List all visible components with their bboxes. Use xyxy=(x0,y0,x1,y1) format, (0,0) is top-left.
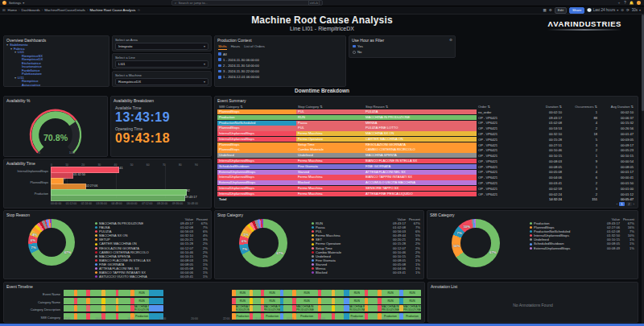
apps-grid-icon[interactable]: ⊞ xyxy=(2,8,6,12)
column-header[interactable]: S88 Category ⇅ xyxy=(217,104,296,109)
tab-hours[interactable]: Hours xyxy=(231,44,240,50)
column-header[interactable]: Order ⇅ xyxy=(477,104,523,109)
hour-filter-option-no[interactable]: No xyxy=(349,49,455,55)
avatar[interactable] xyxy=(637,1,641,5)
area-select[interactable]: Integrato▾ xyxy=(115,43,208,50)
context-option[interactable]: 3 - 2024-11-30 22:00:00 xyxy=(215,68,345,74)
table-cell: 3 xyxy=(564,143,599,147)
table-cell: MENSA xyxy=(364,121,477,126)
timeline-segment xyxy=(283,298,292,304)
radio-unchecked-icon[interactable] xyxy=(353,51,356,54)
table-cell: 00:01:17 xyxy=(599,170,635,174)
table-cell: 00:53:53 xyxy=(523,126,564,130)
tab-list-of-orders[interactable]: List of Orders xyxy=(244,44,265,50)
time-range-picker[interactable]: 🕐 Last 24 hours ▾ xyxy=(587,8,618,12)
axis-tick: 08:24:00 xyxy=(157,202,167,205)
checkbox-checked-icon[interactable] xyxy=(218,58,221,61)
favorite-star-icon[interactable]: ☆ xyxy=(138,8,141,12)
timeline-segment xyxy=(105,298,115,304)
add-icon[interactable]: ＋ xyxy=(617,1,621,5)
breadcrumb-item[interactable]: Home xyxy=(8,8,17,12)
table-cell: 00:01:00 xyxy=(599,187,635,191)
column-header[interactable]: Avg Duration ⇅ xyxy=(599,104,635,109)
page-next-icon[interactable]: › xyxy=(634,202,634,206)
select-line-panel: Select a Line LI01▾ xyxy=(112,53,212,69)
table-cell: SENSORE TAPPO SX xyxy=(364,186,477,191)
table-cell: Blocked xyxy=(296,180,364,185)
search-input[interactable]: ⌕ Search or jump to... ctrl+k xyxy=(171,0,323,6)
machine-select[interactable]: RiempitriceDX▾ xyxy=(115,78,208,85)
refresh-icon[interactable]: ⟳ xyxy=(626,8,630,12)
context-option[interactable]: 1 - 2024-11-30 06:00:00 xyxy=(215,57,345,63)
checkbox-checked-icon[interactable] xyxy=(218,76,221,79)
timeline-gap xyxy=(163,290,231,296)
search-placeholder: Search or jump to... xyxy=(178,1,208,5)
table-cell: PULIZIA FINE LOTTO xyxy=(364,126,477,130)
timeline-segment xyxy=(105,305,115,312)
breadcrumb-item[interactable]: Dashboards xyxy=(22,8,40,12)
table-row: ProductionNotScheduledPausaMENSAOP - VP6… xyxy=(217,121,635,126)
axis-tick: 07:12:00 xyxy=(142,202,152,205)
timeline-segment xyxy=(283,305,292,312)
table-cell: 00:03:41 xyxy=(523,181,564,185)
timeline-segment: MACCHINA IN PRODUZIONE xyxy=(236,305,250,312)
column-header[interactable]: Stop Category ⇅ xyxy=(296,104,364,109)
app-menu[interactable]: Settings xyxy=(9,1,21,5)
column-header[interactable]: Stop Reason ⇅ xyxy=(364,104,477,109)
timeline-segment xyxy=(118,290,130,296)
timeline-row-label: Category Description xyxy=(6,307,60,312)
table-cell: MACCHINA SX ON xyxy=(364,131,477,136)
availability-breakdown-panel: Availability Breakdown Available Time13:… xyxy=(110,96,212,157)
panel-add-icon[interactable]: ▦ xyxy=(543,8,547,12)
gear-icon[interactable]: ⚙ xyxy=(449,38,452,42)
legend-color-dot xyxy=(95,267,97,270)
section-header[interactable]: Downtime Breakdown xyxy=(0,88,644,93)
legend-item[interactable]: ExternalUnplannedStops00:08:491% xyxy=(530,246,634,250)
table-cell: InternalUnplannedStops xyxy=(217,192,296,196)
page-button[interactable]: 2 xyxy=(626,202,633,207)
breadcrumb-item[interactable]: MachineRootCauseDetails xyxy=(44,8,85,12)
breadcrumb-item[interactable]: Machine Root Cause Analysis xyxy=(89,8,135,12)
checkbox-checked-icon[interactable] xyxy=(218,64,221,68)
dashboard-link[interactable]: Palettizzatore xyxy=(22,72,42,76)
legend-item[interactable]: Blocked00:03:411% xyxy=(312,270,420,274)
hour-filter-option-yes[interactable]: Yes xyxy=(349,43,455,49)
legend-color-dot xyxy=(312,255,314,258)
share-button[interactable]: Share xyxy=(569,7,584,14)
sidebar-item-astucciatrice[interactable]: Astucciatrice xyxy=(6,84,106,87)
settings-gear-icon[interactable]: ⚙ xyxy=(549,8,552,12)
refresh-interval-picker[interactable]: 30s▾ xyxy=(632,8,641,12)
checkbox-checked-icon[interactable] xyxy=(218,70,221,73)
page-button[interactable]: 1 xyxy=(619,202,625,207)
table-cell: OP - VP6421 xyxy=(477,187,523,191)
table-cell: MACCHINA IN PRODUZIONE xyxy=(364,115,477,120)
table-cell: InternalUnplannedStops xyxy=(217,131,296,136)
zoom-out-icon[interactable]: ⊖ xyxy=(621,8,624,12)
table-cell: 00:00:54 xyxy=(599,159,635,163)
help-icon[interactable]: ? xyxy=(624,1,626,5)
table-cell: CARTER MACCHINA ON xyxy=(364,137,477,142)
dashboard-link[interactable]: Astucciatrice xyxy=(22,83,40,87)
table-cell: OP - VP6421 xyxy=(477,121,523,125)
edit-button[interactable]: Edit xyxy=(555,7,567,14)
timeline-segment xyxy=(64,298,74,304)
table-cell: OP - VP6421 xyxy=(477,154,523,158)
column-header[interactable]: Occurrences ⇅ xyxy=(564,104,599,109)
line-select[interactable]: LI01▾ xyxy=(115,60,208,68)
legend-item[interactable]: ASTUCCIO VUOTO MACCHINA00:03:411% xyxy=(95,274,208,279)
context-option[interactable]: 1 - 2024-12-01 06:00:00 xyxy=(215,74,345,80)
bell-icon[interactable]: 🔔 xyxy=(630,1,634,5)
page-prev-icon[interactable]: ‹ xyxy=(617,202,617,206)
stat-value: 13:43:19 xyxy=(115,110,211,125)
panel-title: Availability % xyxy=(4,97,107,104)
grafana-logo-icon[interactable] xyxy=(2,1,6,5)
checkbox-checked-icon[interactable] xyxy=(218,52,221,56)
table-cell: OP - VP6421 xyxy=(477,175,523,180)
context-option[interactable]: 2 - 2024-11-30 14:00:00 xyxy=(215,63,345,68)
column-header[interactable]: Duration ⇅ xyxy=(523,104,564,109)
context-option[interactable]: All xyxy=(215,52,345,57)
checkbox-checked-icon[interactable] xyxy=(353,45,356,48)
timeline-segment xyxy=(321,290,332,296)
tab-shifts[interactable]: Shifts xyxy=(218,44,227,50)
timeline-segment xyxy=(149,305,163,312)
